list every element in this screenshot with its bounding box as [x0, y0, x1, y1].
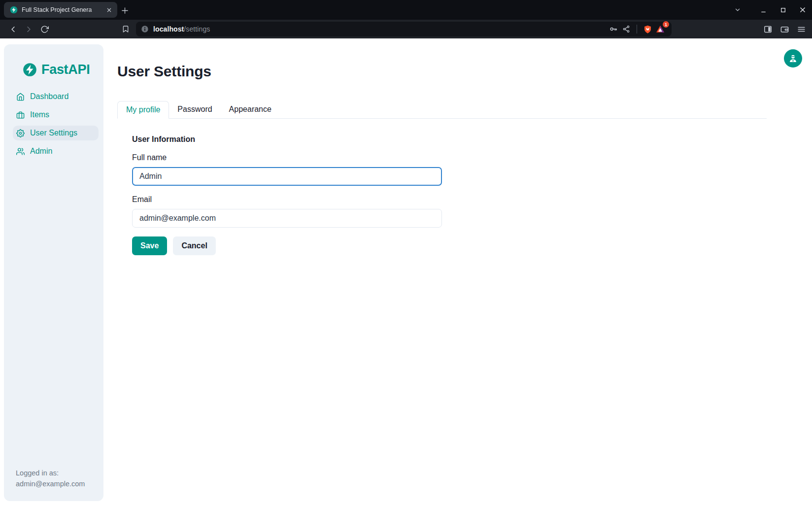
sidebar-item-label: Items [30, 110, 49, 119]
browser-tab[interactable]: Full Stack Project Genera [4, 2, 117, 18]
chevron-down-icon [734, 6, 741, 13]
close-window-button[interactable] [796, 3, 809, 16]
email-label: Email [132, 195, 767, 204]
tab-search-button[interactable] [731, 3, 744, 16]
sidebar-item-items[interactable]: Items [13, 107, 99, 122]
full-name-input[interactable] [132, 167, 442, 186]
cancel-button[interactable]: Cancel [173, 236, 215, 255]
rewards-badge: 1 [663, 21, 669, 28]
sidebar-item-label: User Settings [30, 129, 77, 137]
home-icon [16, 93, 25, 101]
browser-toolbar: localhost/settings 1 [0, 20, 812, 38]
email-input[interactable] [132, 209, 442, 228]
hamburger-icon [797, 25, 806, 34]
browser-window: Full Stack Project Genera [0, 0, 812, 38]
share-icon [622, 25, 630, 33]
minimize-button[interactable] [757, 3, 770, 16]
passwords-button[interactable] [607, 23, 620, 35]
maximize-icon [780, 7, 786, 13]
tab-title: Full Stack Project Genera [22, 6, 104, 13]
sidebar-nav: Dashboard Items User Settings Admin [4, 89, 103, 159]
profile-panel: User Information Full name Email Save Ca… [117, 119, 767, 255]
sidebar-item-label: Admin [30, 147, 52, 156]
save-button[interactable]: Save [132, 236, 167, 255]
wallet-button[interactable] [780, 25, 789, 34]
bolt-icon [23, 63, 37, 77]
share-button[interactable] [620, 23, 633, 35]
sidebar-panel-icon [763, 25, 773, 34]
brave-rewards-button[interactable]: 1 [654, 23, 667, 35]
site-info-icon[interactable] [141, 25, 149, 33]
menu-button[interactable] [797, 25, 806, 34]
minimize-icon [760, 7, 767, 13]
fastapi-logo: FastAPI [4, 44, 103, 77]
tab-strip: Full Stack Project Genera [0, 0, 812, 20]
wallet-icon [780, 25, 789, 34]
user-menu-button[interactable] [784, 49, 802, 67]
url-path: /settings [184, 25, 210, 33]
briefcase-icon [16, 111, 25, 119]
brave-shield-button[interactable] [641, 23, 654, 35]
main-content: User Settings My profile Password Appear… [0, 38, 812, 255]
section-title: User Information [132, 135, 767, 144]
page-content: FastAPI Dashboard Items User Settings Ad… [0, 38, 812, 505]
sidebar-item-dashboard[interactable]: Dashboard [13, 89, 99, 104]
user-avatar-icon [788, 53, 798, 64]
tab-my-profile[interactable]: My profile [117, 101, 169, 119]
tab-appearance[interactable]: Appearance [221, 101, 280, 118]
logged-in-label: Logged in as: [16, 468, 85, 478]
close-icon [799, 6, 806, 13]
fastapi-favicon-icon [10, 6, 18, 14]
app-sidebar: FastAPI Dashboard Items User Settings Ad… [4, 44, 103, 501]
reload-icon [40, 25, 49, 34]
chevron-right-icon [24, 25, 34, 34]
tab-close-icon[interactable] [104, 5, 113, 14]
new-tab-button[interactable] [119, 5, 130, 16]
url-host: localhost [153, 25, 184, 33]
forward-button[interactable] [22, 22, 35, 36]
sidebar-footer: Logged in as: admin@example.com [16, 468, 85, 489]
bookmark-button[interactable] [119, 23, 132, 35]
full-name-label: Full name [132, 153, 767, 162]
bookmark-icon [122, 25, 130, 33]
sidebar-item-admin[interactable]: Admin [13, 144, 99, 159]
sidebar-item-label: Dashboard [30, 92, 68, 101]
sidebar-toggle-button[interactable] [763, 25, 773, 34]
gear-icon [16, 129, 25, 137]
maximize-button[interactable] [777, 3, 789, 16]
tab-password[interactable]: Password [169, 101, 220, 118]
url-bar[interactable]: localhost/settings 1 [136, 22, 672, 36]
reload-button[interactable] [37, 22, 51, 36]
settings-tabs: My profile Password Appearance [117, 101, 767, 119]
chevron-left-icon [8, 25, 18, 34]
users-icon [16, 147, 25, 156]
key-icon [609, 25, 618, 34]
page-title: User Settings [117, 63, 767, 80]
shield-icon [643, 25, 652, 34]
sidebar-item-user-settings[interactable]: User Settings [13, 126, 99, 140]
logged-in-email: admin@example.com [16, 478, 85, 489]
back-button[interactable] [6, 22, 20, 36]
plus-icon [121, 6, 129, 15]
logo-text: FastAPI [41, 62, 90, 77]
toolbar-divider [637, 25, 637, 34]
